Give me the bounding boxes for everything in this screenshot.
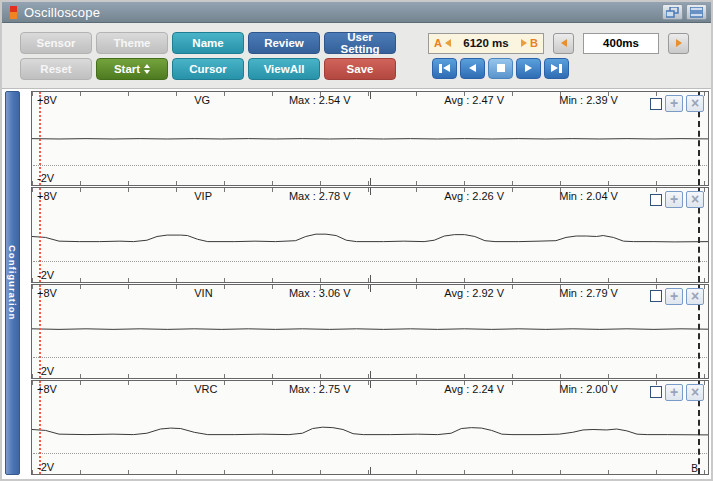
top-scale-label: +8V — [37, 287, 57, 299]
ab-range-display: A 6120 ms B — [428, 33, 544, 54]
configuration-tab[interactable]: Configuration — [5, 91, 20, 475]
channel-panel-vg: +8V -2V VG Max : 2.54 V Avg : 2.47 V Min… — [31, 91, 709, 186]
toolbar-button-label: Reset — [40, 63, 71, 75]
restore-window-button[interactable] — [662, 4, 683, 20]
toolbar-button-label: ViewAll — [264, 63, 305, 75]
play-icon — [525, 64, 532, 72]
channel-name: VIN — [194, 287, 212, 299]
step-back-icon — [469, 64, 476, 72]
toolbar-name-button[interactable]: Name — [172, 32, 244, 54]
channel-zoom-button[interactable]: + — [665, 288, 683, 305]
cursor-b-arrow-icon — [521, 39, 527, 47]
channel-close-button[interactable]: × — [686, 288, 704, 305]
skip-to-start-icon-triangle — [443, 64, 450, 72]
range-value: 6120 ms — [454, 37, 518, 49]
title-bar: Oscilloscope — [2, 2, 711, 23]
channel-avg-value: Avg : 2.92 V — [444, 287, 504, 299]
step-decrease-button[interactable] — [553, 33, 574, 54]
channel-min-value: Min : 2.79 V — [559, 287, 618, 299]
play-button[interactable] — [516, 58, 541, 79]
left-arrow-icon — [561, 39, 567, 47]
step-increase-button[interactable] — [668, 33, 689, 54]
playback-controls — [432, 58, 689, 79]
channel-max-value: Max : 2.78 V — [289, 190, 351, 202]
toolbar-reset-button[interactable]: Reset — [20, 58, 92, 80]
channel-panel-vrc: +8V -2V VRC Max : 2.75 V Avg : 2.24 V Mi… — [31, 380, 709, 475]
channel-visible-checkbox[interactable] — [650, 194, 662, 206]
channel-avg-value: Avg : 2.47 V — [444, 94, 504, 106]
channel-max-value: Max : 3.06 V — [289, 287, 351, 299]
configuration-tab-label: Configuration — [7, 245, 18, 320]
skip-to-start-icon — [439, 64, 442, 73]
channel-max-value: Max : 2.54 V — [289, 94, 351, 106]
toolbar-button-label: Sensor — [37, 37, 76, 49]
restore-window-icon — [666, 7, 679, 18]
cursor-b-label: B — [530, 37, 538, 49]
channel-panels: +8V -2V VG Max : 2.54 V Avg : 2.47 V Min… — [31, 91, 709, 475]
cursor-a-arrow-icon — [445, 39, 451, 47]
channel-visible-checkbox[interactable] — [650, 290, 662, 302]
channel-close-button[interactable]: × — [686, 95, 704, 112]
channel-zoom-button[interactable]: + — [665, 191, 683, 208]
channel-controls: + × — [650, 288, 704, 305]
channel-name: VRC — [194, 383, 217, 395]
channel-controls: + × — [650, 191, 704, 208]
window-controls — [662, 4, 707, 20]
minimize-window-icon — [690, 7, 703, 18]
toolbar-user-setting-button[interactable]: User Setting — [324, 32, 396, 54]
step-value-display: 400ms — [583, 33, 659, 54]
channel-panel-vip: +8V -2V VIP Max : 2.78 V Avg : 2.26 V Mi… — [31, 187, 709, 282]
channel-min-value: Min : 2.39 V — [559, 94, 618, 106]
main-area: Configuration +8V -2V VG Max : 2.54 V Av… — [2, 89, 711, 479]
skip-to-end-icon-triangle — [551, 64, 558, 72]
skip-to-start-button[interactable] — [432, 58, 457, 79]
top-scale-label: +8V — [37, 94, 57, 106]
time-row: A 6120 ms B 400ms — [428, 33, 689, 54]
toolbar-cursor-button[interactable]: Cursor — [172, 58, 244, 80]
channel-zoom-button[interactable]: + — [665, 95, 683, 112]
toolbar-save-button[interactable]: Save — [324, 58, 396, 80]
bottom-scale-label: -2V — [37, 269, 54, 281]
channel-name: VG — [194, 94, 210, 106]
toolbar-button-label: Start — [114, 63, 140, 75]
step-back-button[interactable] — [460, 58, 485, 79]
toolbar-button-label: Theme — [113, 37, 150, 49]
channel-name: VIP — [194, 190, 212, 202]
channel-max-value: Max : 2.75 V — [289, 383, 351, 395]
channel-min-value: Min : 2.04 V — [559, 190, 618, 202]
channel-visible-checkbox[interactable] — [650, 98, 662, 110]
channel-avg-value: Avg : 2.24 V — [444, 383, 504, 395]
top-scale-label: +8V — [37, 383, 57, 395]
channel-panel-vin: +8V -2V VIN Max : 3.06 V Avg : 2.92 V Mi… — [31, 284, 709, 379]
channel-close-button[interactable]: × — [686, 191, 704, 208]
bottom-scale-label: -2V — [37, 365, 54, 377]
toolbar-button-label: Save — [347, 63, 374, 75]
stop-icon — [497, 64, 505, 72]
toolbar-button-label: Review — [264, 37, 304, 49]
toolbar-start-button[interactable]: Start — [96, 58, 168, 80]
channel-avg-value: Avg : 2.26 V — [444, 190, 504, 202]
cursor-b-corner-label: B — [691, 463, 698, 474]
toolbar-button-label: Cursor — [189, 63, 227, 75]
minimize-window-button[interactable] — [686, 4, 707, 20]
right-arrow-icon — [676, 39, 682, 47]
channel-zoom-button[interactable]: + — [665, 384, 683, 401]
toolbar-sensor-button[interactable]: Sensor — [20, 32, 92, 54]
toolbar: SensorThemeNameReviewUser SettingResetSt… — [2, 23, 711, 89]
start-spinner-icon — [144, 64, 150, 74]
toolbar-theme-button[interactable]: Theme — [96, 32, 168, 54]
skip-to-end-button[interactable] — [544, 58, 569, 79]
channel-close-button[interactable]: × — [686, 384, 704, 401]
toolbar-button-label: User Setting — [327, 31, 393, 55]
toolbar-viewall-button[interactable]: ViewAll — [248, 58, 320, 80]
oscilloscope-window: Oscilloscope SensorThemeNameReviewUser S… — [0, 0, 713, 481]
channel-controls: + × — [650, 95, 704, 112]
toolbar-button-grid: SensorThemeNameReviewUser SettingResetSt… — [20, 32, 396, 80]
toolbar-review-button[interactable]: Review — [248, 32, 320, 54]
cursor-a-label: A — [434, 37, 442, 49]
time-controls: A 6120 ms B 400ms — [428, 33, 689, 79]
stop-button[interactable] — [488, 58, 513, 79]
app-icon — [10, 6, 17, 19]
top-scale-label: +8V — [37, 190, 57, 202]
channel-visible-checkbox[interactable] — [650, 386, 662, 398]
